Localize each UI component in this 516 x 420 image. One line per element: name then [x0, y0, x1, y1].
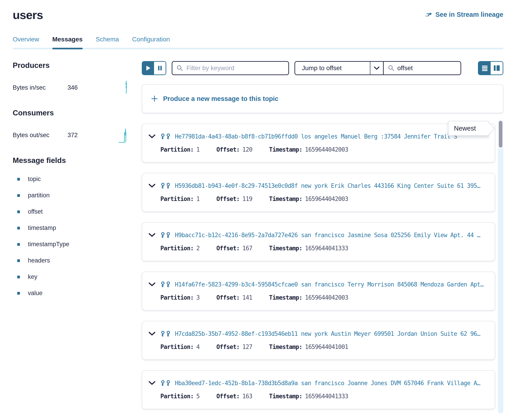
bullet-icon [17, 210, 20, 213]
messages-scrollbar[interactable] [498, 120, 503, 413]
topic-tabs: Overview Messages Schema Configuration [13, 36, 503, 49]
offset-label: Offset: [216, 294, 240, 301]
key-icon-pair [160, 183, 171, 189]
message-card[interactable]: H7cda825b-35b7-4952-88ef-c193d546eb11 ne… [142, 321, 495, 360]
offset-label: Offset: [216, 146, 240, 153]
timestamp-label: Timestamp: [269, 146, 302, 153]
bytes-out-sparkline [118, 127, 129, 143]
partition-value: 3 [196, 294, 200, 301]
timestamp-value: 1659644041333 [305, 393, 348, 400]
newest-tooltip: Newest [448, 121, 489, 136]
offset-label: Offset: [216, 195, 240, 202]
timestamp-label: Timestamp: [269, 195, 302, 202]
bytes-in-value: 346 [68, 84, 78, 91]
field-item-timestamp[interactable]: timestamp [13, 225, 129, 232]
produce-message-button[interactable]: Produce a new message to this topic [142, 84, 503, 113]
messages-panel: Jump to offset [142, 61, 503, 420]
partition-label: Partition: [160, 146, 194, 153]
jump-to-offset-group: Jump to offset [294, 61, 461, 75]
columns-view-icon [493, 65, 500, 71]
expand-chevron-icon[interactable] [149, 332, 155, 336]
pause-button[interactable] [154, 62, 166, 75]
message-key-preview: H7cda825b-35b7-4952-88ef-c193d546eb11 ne… [175, 330, 480, 337]
expand-chevron-icon[interactable] [149, 135, 155, 138]
view-mode-toggle[interactable] [478, 61, 503, 75]
stream-lineage-arrow-icon [425, 12, 433, 18]
bullet-icon [17, 259, 20, 262]
search-icon [177, 65, 183, 72]
scrollbar-thumb-capsule [498, 120, 503, 149]
filter-input-box[interactable] [172, 61, 289, 75]
producers-heading: Producers [13, 61, 129, 70]
message-card[interactable]: Hba30eed7-1edc-452b-8b1a-738d3b5d8a9a sa… [142, 370, 495, 409]
bytes-out-row: Bytes out/sec 372 [13, 127, 129, 143]
play-pause-toggle[interactable] [142, 61, 166, 75]
field-item-key[interactable]: key [13, 273, 129, 280]
partition-value: 1 [196, 146, 200, 153]
offset-search-box[interactable] [383, 62, 461, 75]
key-icon-pair [160, 133, 171, 140]
timestamp-label: Timestamp: [269, 245, 302, 252]
scrollbar-thumb[interactable] [499, 121, 502, 148]
field-item-timestampType[interactable]: timestampType [13, 241, 129, 248]
timestamp-value: 1659644042003 [305, 195, 348, 202]
tab-schema[interactable]: Schema [96, 36, 119, 49]
message-fields-heading: Message fields [13, 156, 129, 165]
expand-chevron-icon[interactable] [149, 381, 155, 385]
list-view-button[interactable] [479, 62, 491, 75]
message-key-preview: Hba30eed7-1edc-452b-8b1a-738d3b5d8a9a sa… [175, 380, 480, 387]
offset-value: 127 [242, 344, 252, 350]
tab-configuration[interactable]: Configuration [132, 36, 170, 49]
tab-overview[interactable]: Overview [13, 36, 39, 49]
partition-value: 4 [196, 344, 200, 350]
expand-chevron-icon[interactable] [149, 184, 155, 188]
bullet-icon [17, 276, 20, 278]
plus-icon [151, 95, 158, 102]
search-icon [388, 65, 395, 72]
message-key-preview: He77981da-4a43-48ab-b8f8-cb71b96ffdd0 lo… [175, 133, 457, 140]
offset-value: 120 [242, 146, 252, 153]
play-button[interactable] [142, 62, 154, 75]
bullet-icon [17, 178, 20, 180]
field-item-offset[interactable]: offset [13, 208, 129, 215]
chevron-down-icon [374, 66, 380, 70]
partition-value: 5 [196, 393, 200, 400]
field-item-headers[interactable]: headers [13, 257, 129, 264]
partition-value: 2 [196, 245, 200, 252]
messages-list: Newest He77981da-4a43-48ab-b8f8-cb71b96f… [142, 124, 503, 409]
jump-to-offset-select[interactable]: Jump to offset [295, 62, 370, 75]
topic-page: users See in Stream lineage Overview Mes… [0, 0, 516, 420]
tab-messages[interactable]: Messages [52, 36, 83, 49]
filter-input[interactable] [186, 65, 284, 72]
message-fields-list: topic partition offset timestamp timesta… [13, 176, 129, 297]
message-card[interactable]: H14fa67fe-5823-4299-b3c4-595845cfcae0 sa… [142, 271, 495, 310]
expand-chevron-icon[interactable] [149, 282, 155, 286]
expand-chevron-icon[interactable] [149, 233, 155, 237]
message-card[interactable]: H9bacc71c-b12c-4216-8e95-2a7da727e426 sa… [142, 222, 495, 261]
key-icon-pair [160, 380, 171, 386]
messages-toolbar: Jump to offset [142, 61, 503, 75]
card-view-button[interactable] [491, 62, 503, 75]
page-header: users See in Stream lineage [13, 0, 503, 22]
field-item-partition[interactable]: partition [13, 192, 129, 199]
offset-search-input[interactable] [397, 65, 456, 72]
message-card[interactable]: H5936db81-b943-4e0f-8c29-74513e0c0d8f ne… [142, 173, 495, 212]
message-card[interactable]: He77981da-4a43-48ab-b8f8-cb71b96ffdd0 lo… [142, 124, 495, 163]
offset-label: Offset: [216, 344, 240, 350]
partition-label: Partition: [160, 245, 194, 252]
bytes-out-value: 372 [68, 132, 78, 139]
see-in-stream-lineage-link[interactable]: See in Stream lineage [425, 11, 503, 18]
field-item-topic[interactable]: topic [13, 176, 129, 183]
timestamp-value: 1659644042003 [305, 294, 348, 301]
timestamp-label: Timestamp: [269, 393, 302, 400]
jump-select-chevron[interactable] [370, 62, 383, 75]
consumers-heading: Consumers [13, 109, 129, 117]
produce-message-label: Produce a new message to this topic [163, 95, 278, 103]
offset-label: Offset: [216, 245, 240, 252]
partition-label: Partition: [160, 294, 194, 301]
field-item-value[interactable]: value [13, 290, 129, 297]
page-title: users [13, 8, 43, 22]
bullet-icon [17, 227, 20, 229]
timestamp-value: 1659644042003 [305, 146, 348, 153]
message-key-preview: H5936db81-b943-4e0f-8c29-74513e0c0d8f ne… [175, 182, 480, 189]
